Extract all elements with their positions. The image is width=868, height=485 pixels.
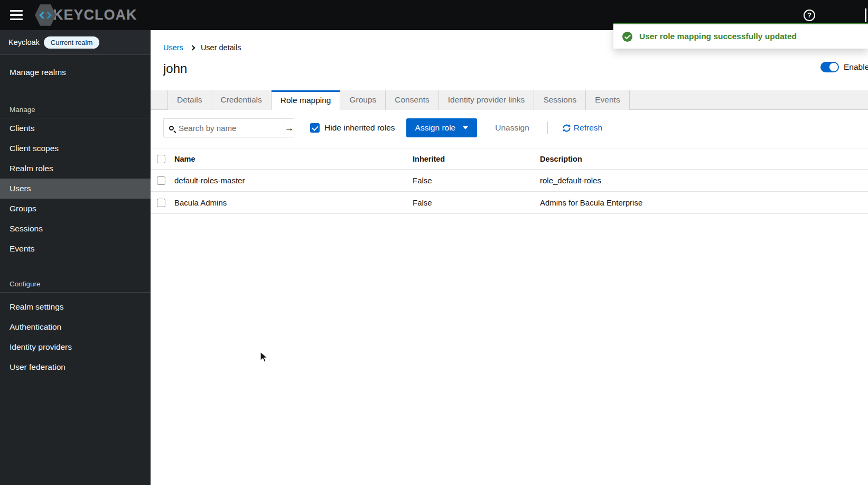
toast-message: User role mapping successfully updated <box>639 32 797 41</box>
search-submit-button[interactable]: → <box>284 119 294 137</box>
tab-identity-provider-links[interactable]: Identity provider links <box>439 90 535 110</box>
section-title-manage: Manage <box>0 106 151 118</box>
chevron-down-icon <box>463 126 468 129</box>
main-content: Users User details john Enabled Details … <box>151 30 868 485</box>
sidebar-item-realm-settings[interactable]: Realm settings <box>0 297 151 317</box>
breadcrumb-current: User details <box>201 43 241 52</box>
refresh-button[interactable]: Refresh <box>563 123 602 133</box>
hide-inherited-label: Hide inherited roles <box>324 123 395 133</box>
search-group: → <box>163 118 294 137</box>
row-checkbox[interactable] <box>157 199 165 207</box>
enabled-toggle[interactable] <box>820 62 839 72</box>
table-row: default-roles-master False role_default-… <box>151 170 868 192</box>
chevron-right-icon <box>190 45 195 50</box>
tab-role-mapping[interactable]: Role mapping <box>272 90 341 110</box>
refresh-icon <box>563 124 571 132</box>
tab-details[interactable]: Details <box>167 90 211 110</box>
sidebar-item-manage-realms[interactable]: Manage realms <box>0 62 151 82</box>
sidebar-item-user-federation[interactable]: User federation <box>0 357 151 377</box>
role-name-cell: default-roles-master <box>174 176 413 185</box>
sidebar-item-users[interactable]: Users <box>0 179 151 199</box>
topbar-edge-element <box>865 8 866 22</box>
realm-selector[interactable]: Keycloak Current realm <box>0 30 151 55</box>
column-header-name: Name <box>174 155 413 163</box>
hamburger-menu-icon[interactable] <box>4 5 29 26</box>
breadcrumb-users-link[interactable]: Users <box>163 43 183 52</box>
page-title: john <box>163 61 187 76</box>
tab-groups[interactable]: Groups <box>340 90 386 110</box>
hide-inherited-roles-control[interactable]: Hide inherited roles <box>310 123 395 133</box>
table-row: Bacula Admins False Admins for Bacula En… <box>151 192 868 214</box>
success-check-icon <box>622 32 632 42</box>
select-all-checkbox[interactable] <box>157 155 165 163</box>
role-name-cell: Bacula Admins <box>174 198 413 207</box>
role-description-cell: Admins for Bacula Enterprise <box>540 198 868 207</box>
help-icon[interactable]: ? <box>804 10 815 21</box>
role-inherited-cell: False <box>413 198 540 207</box>
role-mapping-table: Name Inherited Description default-roles… <box>151 148 868 214</box>
sidebar-item-events[interactable]: Events <box>0 239 151 259</box>
sidebar-section-manage: Manage Clients Client scopes Realm roles… <box>0 106 151 259</box>
sidebar-item-clients[interactable]: Clients <box>0 118 151 138</box>
section-title-configure: Configure <box>0 280 151 292</box>
search-icon <box>169 126 174 130</box>
keycloak-logo: KEYCLOAK <box>35 4 137 26</box>
sidebar: Keycloak Current realm Manage realms Man… <box>0 30 151 485</box>
role-mapping-toolbar: → Hide inherited roles Assign role Unass… <box>151 110 868 137</box>
sidebar-item-groups[interactable]: Groups <box>0 199 151 219</box>
realm-name: Keycloak <box>8 38 40 46</box>
brand-wordmark: KEYCLOAK <box>53 7 137 23</box>
tab-credentials[interactable]: Credentials <box>211 90 271 110</box>
tab-bar: Details Credentials Role mapping Groups … <box>151 90 868 110</box>
sidebar-item-sessions[interactable]: Sessions <box>0 219 151 239</box>
sidebar-item-identity-providers[interactable]: Identity providers <box>0 337 151 357</box>
column-header-inherited: Inherited <box>413 155 540 163</box>
sidebar-item-realm-roles[interactable]: Realm roles <box>0 158 151 179</box>
current-realm-badge[interactable]: Current realm <box>44 36 99 49</box>
assign-role-label: Assign role <box>415 123 456 133</box>
unassign-button[interactable]: Unassign <box>495 123 529 133</box>
hide-inherited-checkbox[interactable] <box>310 123 320 133</box>
tab-sessions[interactable]: Sessions <box>534 90 586 110</box>
sidebar-item-client-scopes[interactable]: Client scopes <box>0 138 151 158</box>
column-header-description: Description <box>540 155 868 163</box>
row-checkbox[interactable] <box>157 176 165 185</box>
toolbar-divider <box>547 122 548 134</box>
enabled-label: Enabled <box>844 62 868 72</box>
tab-events[interactable]: Events <box>586 90 629 110</box>
sidebar-item-authentication[interactable]: Authentication <box>0 317 151 337</box>
assign-role-button[interactable]: Assign role <box>406 118 478 137</box>
sidebar-section-configure: Configure Realm settings Authentication … <box>0 280 151 377</box>
role-description-cell: role_default-roles <box>540 176 868 185</box>
tab-consents[interactable]: Consents <box>386 90 438 110</box>
success-toast: User role mapping successfully updated <box>613 23 868 49</box>
table-header-row: Name Inherited Description <box>151 148 868 170</box>
refresh-label: Refresh <box>574 123 602 133</box>
role-inherited-cell: False <box>413 176 540 185</box>
search-input[interactable] <box>179 124 284 133</box>
